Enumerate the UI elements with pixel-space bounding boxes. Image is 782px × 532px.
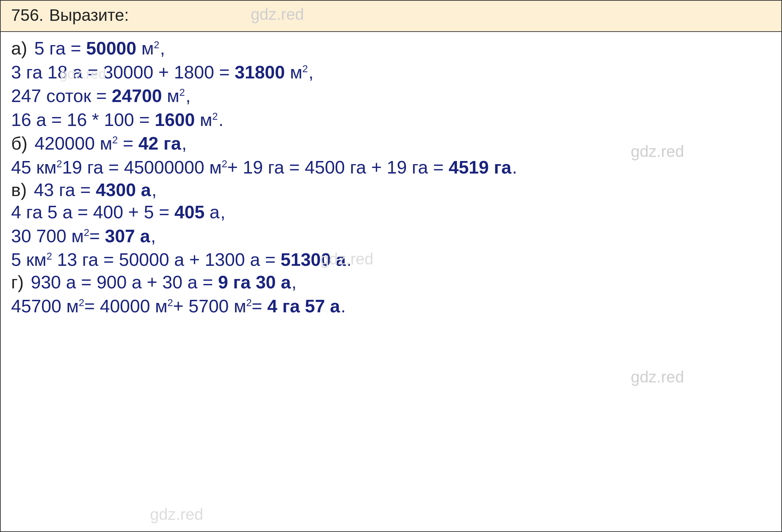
sup: 2: [167, 297, 173, 308]
unit: м: [285, 62, 302, 82]
answer: 307 а: [105, 226, 150, 246]
text: =: [252, 296, 267, 316]
text: =: [118, 133, 138, 153]
answer: 50000: [86, 38, 136, 58]
answer: 4519 га: [449, 157, 511, 177]
punct: .: [341, 296, 346, 316]
text: 16 а = 16 * 100 =: [11, 110, 155, 130]
text: 247 соток =: [11, 86, 112, 106]
sup: 2: [57, 158, 62, 169]
punct: ,: [182, 133, 186, 153]
text: 45 км: [11, 157, 57, 177]
text: 13 га = 50000 а + 1300 а =: [52, 250, 281, 270]
answer: 405: [174, 202, 205, 222]
line-a2: 3 га 18 а = 30000 + 1800 = 31800 м2,: [11, 63, 771, 82]
punct: ,: [309, 62, 314, 82]
text: =: [89, 226, 105, 246]
unit: м: [195, 110, 212, 130]
text: 43 га =: [34, 180, 95, 200]
answer: 4 га 57 а: [267, 296, 340, 316]
unit: а: [205, 202, 219, 222]
part-label-b: б): [11, 133, 27, 153]
line-c4: 5 км2 13 га = 50000 а + 1300 а = 51300 а…: [11, 250, 771, 269]
answer: 9 га 30 а: [218, 272, 291, 292]
punct: ,: [151, 226, 156, 246]
punct: .: [218, 110, 223, 130]
line-c2: 4 га 5 а = 400 + 5 = 405 а,: [11, 203, 771, 222]
text: + 5700 м: [173, 296, 246, 316]
sup: 2: [246, 297, 252, 308]
punct: ,: [292, 272, 297, 292]
punct: ,: [185, 86, 190, 106]
answer: 51300 а: [281, 250, 346, 270]
answer: 1600: [155, 110, 195, 130]
line-d1: г) 930 а = 900 а + 30 а = 9 га 30 а,: [11, 273, 771, 292]
text: = 40000 м: [84, 296, 168, 316]
part-label-a: а): [11, 38, 27, 58]
problem-title: Выразите:: [49, 6, 129, 25]
part-label-v: в): [11, 180, 27, 200]
punct: .: [347, 250, 351, 270]
part-label-g: г): [11, 272, 24, 292]
answer: 4300 а: [96, 180, 151, 200]
line-c3: 30 700 м2= 307 а,: [11, 227, 771, 246]
sup: 2: [112, 134, 118, 145]
punct: .: [512, 157, 517, 177]
document-frame: 756. Выразите: gdz.red gdz.red gdz.red g…: [0, 0, 782, 532]
answer: 24700: [112, 86, 162, 106]
text: 3 га 18 а = 30000 + 1800 =: [11, 62, 235, 82]
text: 30 700 м: [11, 226, 84, 246]
line-a1: а) 5 га = 50000 м2,: [11, 39, 771, 58]
text: 5 га =: [34, 38, 86, 58]
sup: 2: [84, 227, 89, 238]
sup: 2: [222, 158, 227, 169]
line-a3: 247 соток = 24700 м2,: [11, 86, 771, 105]
sup: 2: [47, 251, 52, 262]
punct: ,: [152, 180, 157, 200]
text: 5 км: [11, 250, 47, 270]
problem-header: 756. Выразите: gdz.red: [1, 1, 781, 32]
sup: 2: [180, 87, 185, 98]
solution-body: gdz.red gdz.red gdz.red gdz.red gdz.red …: [1, 32, 781, 531]
sup: 2: [302, 63, 308, 74]
sup: 2: [212, 110, 218, 121]
sup: 2: [79, 297, 84, 308]
text: 45700 м: [11, 296, 79, 316]
line-b1: б) 420000 м2 = 42 га,: [11, 134, 771, 153]
text: 420000 м: [35, 133, 113, 153]
text: 4 га 5 а = 400 + 5 =: [11, 202, 174, 222]
unit: м: [162, 86, 179, 106]
line-b2: 45 км219 га = 45000000 м2+ 19 га = 4500 …: [11, 158, 771, 177]
text: 19 га = 45000000 м: [62, 157, 222, 177]
watermark: gdz.red: [150, 506, 203, 523]
punct: ,: [220, 202, 225, 222]
text: + 19 га = 4500 га + 19 га =: [227, 157, 449, 177]
unit: м: [136, 38, 154, 58]
punct: ,: [160, 38, 165, 58]
line-c1: в) 43 га = 4300 а,: [11, 180, 771, 200]
answer: 42 га: [138, 133, 181, 153]
sup: 2: [154, 39, 159, 50]
line-d2: 45700 м2= 40000 м2+ 5700 м2= 4 га 57 а.: [11, 297, 771, 316]
watermark: gdz.red: [251, 5, 304, 24]
watermark: gdz.red: [631, 369, 684, 385]
line-a4: 16 а = 16 * 100 = 1600 м2.: [11, 110, 771, 129]
problem-number: 756.: [11, 6, 43, 25]
text: 930 а = 900 а + 30 а =: [31, 272, 218, 292]
answer: 31800: [235, 62, 285, 82]
